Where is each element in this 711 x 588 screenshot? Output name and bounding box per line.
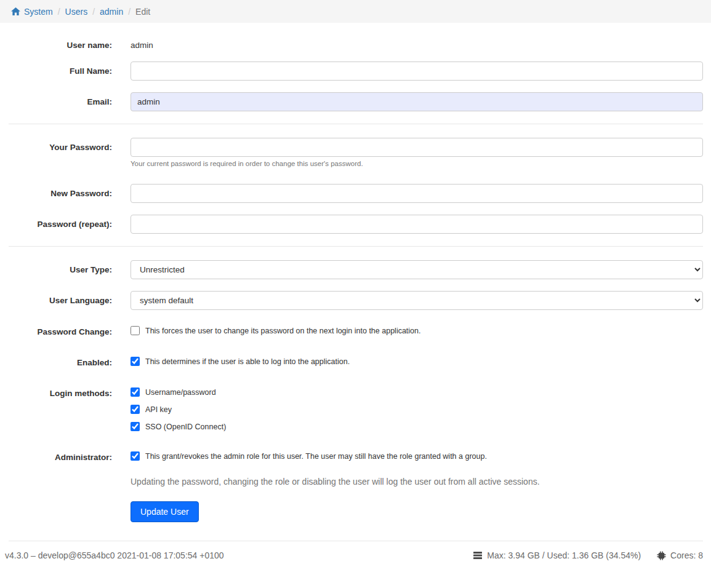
user-edit-form: User name: admin Full Name: Email: Your … bbox=[0, 23, 711, 541]
memory-icon bbox=[473, 551, 483, 560]
divider bbox=[9, 246, 703, 247]
breadcrumb-link-system[interactable]: System bbox=[24, 7, 53, 17]
cpu-icon bbox=[657, 551, 666, 560]
full-name-input[interactable] bbox=[131, 62, 703, 81]
administrator-checkbox[interactable] bbox=[131, 451, 140, 461]
administrator-text: This grant/revokes the admin role for th… bbox=[145, 452, 487, 461]
your-password-label: Your Password: bbox=[9, 138, 112, 152]
row-user-name: User name: admin bbox=[9, 40, 703, 50]
new-password-label: New Password: bbox=[9, 184, 112, 198]
email-label: Email: bbox=[9, 92, 112, 106]
breadcrumb: System / Users / admin / Edit bbox=[0, 0, 711, 23]
enabled-text: This determines if the user is able to l… bbox=[145, 357, 350, 366]
breadcrumb-separator: / bbox=[58, 7, 60, 17]
row-administrator: Administrator: This grant/revokes the ad… bbox=[9, 451, 703, 522]
login-methods-label: Login methods: bbox=[9, 387, 112, 398]
enabled-label: Enabled: bbox=[9, 357, 112, 367]
user-type-select[interactable]: Unrestricted bbox=[131, 260, 703, 279]
home-icon[interactable] bbox=[11, 7, 20, 16]
memory-text: Max: 3.94 GB / Used: 1.36 GB (34.54%) bbox=[487, 550, 641, 560]
enabled-checkbox[interactable] bbox=[131, 357, 140, 366]
row-your-password: Your Password: Your current password is … bbox=[9, 138, 703, 167]
row-email: Email: bbox=[9, 92, 703, 111]
your-password-help: Your current password is required in ord… bbox=[131, 160, 703, 167]
breadcrumb-link-users[interactable]: Users bbox=[65, 7, 88, 17]
user-language-select[interactable]: system default bbox=[131, 291, 703, 310]
breadcrumb-link-admin[interactable]: admin bbox=[100, 7, 123, 17]
login-method-api-key-checkbox[interactable] bbox=[131, 405, 140, 414]
password-change-checkbox[interactable] bbox=[131, 326, 140, 335]
user-language-label: User Language: bbox=[9, 291, 112, 305]
row-user-language: User Language: system default bbox=[9, 291, 703, 310]
breadcrumb-separator: / bbox=[128, 7, 131, 17]
version-text: v4.3.0 – develop@655a4bc0 2021-01-08 17:… bbox=[5, 550, 224, 560]
email-field[interactable] bbox=[131, 92, 703, 111]
login-method-username-password-checkbox[interactable] bbox=[131, 387, 140, 397]
password-repeat-input[interactable] bbox=[131, 215, 703, 234]
user-name-value: admin bbox=[131, 40, 703, 50]
cores-text: Cores: 8 bbox=[670, 550, 703, 560]
login-method-api-key-text: API key bbox=[145, 405, 172, 414]
new-password-input[interactable] bbox=[131, 184, 703, 203]
row-enabled: Enabled: This determines if the user is … bbox=[9, 357, 703, 367]
update-user-button[interactable]: Update User bbox=[131, 501, 199, 522]
administrator-label: Administrator: bbox=[9, 451, 112, 462]
login-method-sso-checkbox[interactable] bbox=[131, 422, 140, 431]
memory-status: Max: 3.94 GB / Used: 1.36 GB (34.54%) bbox=[473, 550, 641, 560]
row-login-methods: Login methods: Username/password API key… bbox=[9, 387, 703, 431]
user-name-label: User name: bbox=[9, 40, 112, 50]
row-user-type: User Type: Unrestricted bbox=[9, 260, 703, 279]
cores-status: Cores: 8 bbox=[657, 550, 703, 560]
divider bbox=[9, 124, 703, 124]
row-password-change: Password Change: This forces the user to… bbox=[9, 326, 703, 336]
login-method-username-password-text: Username/password bbox=[145, 388, 216, 397]
row-new-password: New Password: bbox=[9, 184, 703, 203]
breadcrumb-separator: / bbox=[92, 7, 95, 17]
breadcrumb-current-edit: Edit bbox=[135, 7, 150, 17]
footer: v4.3.0 – develop@655a4bc0 2021-01-08 17:… bbox=[0, 541, 711, 571]
password-change-text: This forces the user to change its passw… bbox=[145, 327, 421, 335]
row-full-name: Full Name: bbox=[9, 62, 703, 81]
your-password-input[interactable] bbox=[131, 138, 703, 157]
session-logout-note: Updating the password, changing the role… bbox=[131, 477, 703, 487]
password-change-label: Password Change: bbox=[9, 326, 112, 336]
row-password-repeat: Password (repeat): bbox=[9, 215, 703, 234]
login-method-sso-text: SSO (OpenID Connect) bbox=[145, 423, 226, 431]
full-name-label: Full Name: bbox=[9, 62, 112, 76]
password-repeat-label: Password (repeat): bbox=[9, 215, 112, 229]
user-type-label: User Type: bbox=[9, 260, 112, 274]
